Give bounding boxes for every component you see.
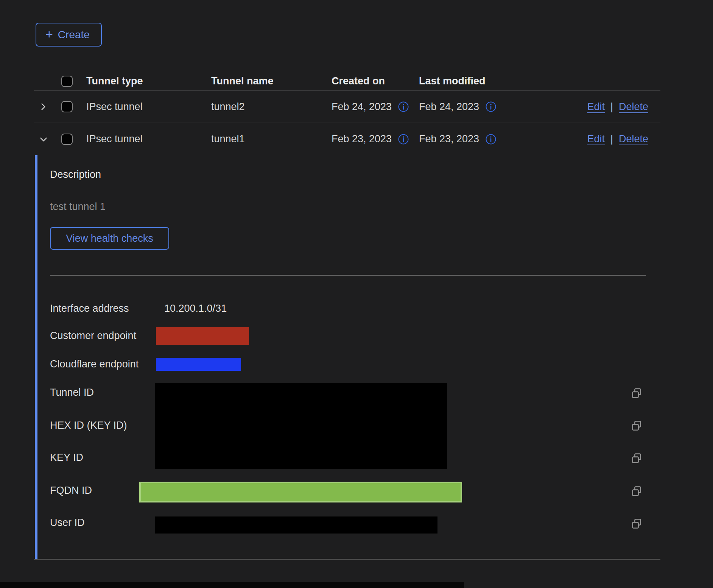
- chevron-right-icon[interactable]: [39, 102, 48, 111]
- created-on-cell: Feb 23, 2023: [332, 133, 419, 145]
- bottom-strip: [0, 582, 464, 588]
- copy-icon: [631, 486, 642, 496]
- ipsec-tunnels-page: + Create Tunnel type Tunnel name Created…: [0, 0, 713, 588]
- create-button[interactable]: + Create: [36, 23, 102, 47]
- tunnel-type-cell: IPsec tunnel: [86, 101, 211, 113]
- delete-link[interactable]: Delete: [619, 133, 648, 145]
- plus-icon: +: [45, 28, 53, 40]
- user-id-label: User ID: [50, 517, 85, 529]
- copy-icon: [631, 420, 642, 431]
- customer-endpoint-label: Customer endpoint: [50, 330, 136, 342]
- tunnel-id-redacted-value: [155, 383, 447, 469]
- table-row-tunnel1: IPsec tunnel tunnel1 Feb 23, 2023 Feb 23…: [34, 123, 660, 155]
- delete-link[interactable]: Delete: [619, 101, 648, 113]
- row-checkbox-cell: [61, 101, 86, 112]
- last-modified-cell: Feb 24, 2023: [419, 101, 584, 113]
- copy-fqdn-id-button[interactable]: [631, 486, 642, 496]
- created-on-value: Feb 23, 2023: [332, 133, 392, 145]
- copy-tunnel-id-button[interactable]: [631, 388, 642, 398]
- copy-key-id-button[interactable]: [631, 453, 642, 464]
- detail-divider: [50, 275, 646, 275]
- description-value: test tunnel 1: [50, 201, 106, 213]
- actions-separator: |: [610, 101, 613, 113]
- view-health-checks-button[interactable]: View health checks: [50, 227, 169, 250]
- key-id-label: KEY ID: [50, 452, 83, 464]
- description-label: Description: [50, 169, 101, 180]
- copy-icon: [631, 388, 642, 398]
- actions-separator: |: [610, 133, 613, 145]
- last-modified-value: Feb 23, 2023: [419, 133, 479, 145]
- row-actions-cell: Edit | Delete: [584, 101, 660, 113]
- last-modified-value: Feb 24, 2023: [419, 101, 479, 113]
- hex-id-label: HEX ID (KEY ID): [50, 420, 127, 431]
- info-icon[interactable]: [485, 134, 497, 145]
- tunnel-id-label: Tunnel ID: [50, 387, 94, 398]
- last-modified-cell: Feb 23, 2023: [419, 133, 584, 145]
- cloudflare-endpoint-redacted-value: [156, 358, 241, 371]
- copy-icon: [631, 518, 642, 529]
- chevron-down-icon[interactable]: [39, 135, 48, 144]
- created-on-cell: Feb 24, 2023: [332, 101, 419, 113]
- tunnel-name-cell: tunnel1: [211, 133, 332, 145]
- column-header-tunnel-name: Tunnel name: [211, 75, 332, 87]
- table-header-row: Tunnel type Tunnel name Created on Last …: [34, 72, 660, 91]
- create-button-label: Create: [58, 29, 90, 41]
- customer-endpoint-redacted-value: [156, 327, 249, 345]
- row-checkbox-cell: [61, 134, 86, 145]
- column-header-tunnel-type: Tunnel type: [86, 75, 211, 87]
- created-on-value: Feb 24, 2023: [332, 101, 392, 113]
- copy-user-id-button[interactable]: [631, 518, 642, 529]
- column-header-last-modified: Last modified: [419, 75, 584, 87]
- interface-address-label: Interface address: [50, 303, 129, 314]
- select-row-checkbox[interactable]: [61, 101, 73, 112]
- info-icon[interactable]: [398, 101, 409, 112]
- tunnel-name-cell: tunnel2: [211, 101, 332, 113]
- user-id-redacted-value: [155, 516, 437, 534]
- fqdn-id-label: FQDN ID: [50, 485, 92, 496]
- info-icon[interactable]: [485, 101, 497, 112]
- tunnels-table: Tunnel type Tunnel name Created on Last …: [34, 72, 660, 155]
- copy-icon: [631, 453, 642, 464]
- copy-hex-id-button[interactable]: [631, 420, 642, 431]
- row-actions-cell: Edit | Delete: [584, 133, 660, 145]
- expanded-row-bottom-border: [34, 559, 660, 560]
- edit-link[interactable]: Edit: [587, 133, 605, 145]
- cloudflare-endpoint-label: Cloudflare endpoint: [50, 358, 139, 370]
- interface-address-value: 10.200.1.0/31: [164, 303, 227, 314]
- fqdn-id-redacted-value: [139, 482, 462, 502]
- column-header-created-on: Created on: [332, 75, 419, 87]
- table-row-tunnel2: IPsec tunnel tunnel2 Feb 24, 2023 Feb 24…: [34, 91, 660, 123]
- select-row-checkbox[interactable]: [61, 134, 73, 145]
- select-all-checkbox[interactable]: [61, 76, 73, 87]
- tunnel-type-cell: IPsec tunnel: [86, 133, 211, 145]
- header-checkbox-cell: [61, 76, 86, 87]
- expanded-row-accent-bar: [35, 155, 37, 559]
- edit-link[interactable]: Edit: [587, 101, 605, 113]
- info-icon[interactable]: [398, 134, 409, 145]
